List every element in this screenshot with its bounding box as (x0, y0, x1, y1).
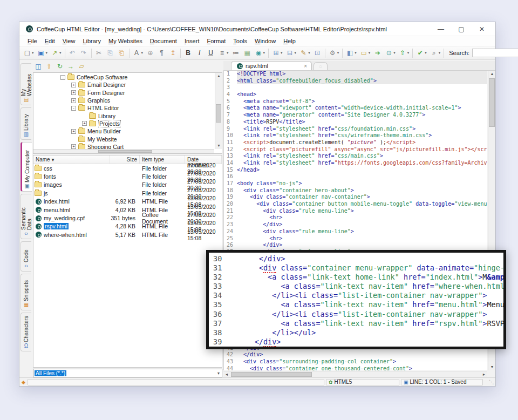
settings-gear-button[interactable]: ⚙▾ (328, 48, 340, 58)
collapse-minus-icon[interactable]: - (71, 106, 76, 111)
scrollbar-thumb[interactable] (98, 150, 152, 153)
menu-item-library[interactable]: Library (79, 37, 105, 45)
new-tab-button[interactable]: ◌ (313, 62, 328, 70)
refresh-button[interactable]: ↻ (54, 62, 65, 71)
upload-export-button[interactable]: ⇧▾ (398, 48, 411, 58)
sidebar-tab-characters[interactable]: CharactersΩ (21, 313, 31, 351)
file-filter-dropdown[interactable]: All Files (*.*) ▾ (33, 369, 222, 377)
underline-button[interactable]: U (206, 48, 216, 58)
paragraph-marks-button[interactable]: ¶ (156, 48, 167, 58)
save-button[interactable]: ▣▾ (36, 48, 49, 58)
go-to-folder-button[interactable]: → (65, 62, 76, 71)
column-header-item-type[interactable]: Item type (140, 155, 185, 164)
tree-vertical-scrollbar[interactable]: ▲ ▼ (215, 73, 222, 149)
menu-item-help[interactable]: Help (280, 37, 299, 45)
menu-item-insert[interactable]: Insert (181, 37, 203, 45)
bold-button[interactable]: B (183, 48, 193, 58)
tree-item-email-designer[interactable]: +Email Designer (33, 81, 214, 89)
expand-plus-icon[interactable]: + (71, 129, 76, 134)
tree-item-projects[interactable]: +Projects (33, 120, 214, 127)
insert-table-button[interactable]: ⊞▾ (271, 48, 284, 58)
menu-item-format[interactable]: Format (203, 37, 229, 45)
align-button[interactable]: ≡▾ (217, 48, 230, 58)
split-view-button[interactable]: ◧▾ (345, 48, 358, 58)
column-header-name[interactable]: Name ▾ (33, 155, 110, 164)
copy-button[interactable]: ⎘ (105, 48, 115, 58)
launch-browser-button[interactable]: ➔ (372, 48, 383, 58)
preview-window-button[interactable]: ▭▾ (359, 48, 372, 58)
menu-item-edit[interactable]: Edit (41, 37, 59, 45)
frames-button[interactable]: ⊟▾ (285, 48, 298, 58)
tree-item-graphics[interactable]: +Graphics (33, 97, 214, 104)
scrollbar-thumb[interactable] (231, 372, 312, 377)
search-input[interactable] (472, 49, 518, 57)
close-tab-icon[interactable]: × (294, 63, 307, 69)
menu-item-window[interactable]: Window (251, 37, 280, 45)
tree-horizontal-scrollbar[interactable] (33, 149, 214, 153)
bullet-list-button[interactable]: ≔ (231, 48, 241, 58)
scroll-down-icon[interactable]: ▼ (488, 364, 496, 370)
web-globe-button[interactable]: ⊙▾ (384, 48, 397, 58)
find-button[interactable]: ⌕▾ (429, 48, 442, 58)
column-header-size[interactable]: Size (110, 155, 140, 164)
menu-item-document[interactable]: Document (146, 37, 181, 45)
file-row-where-when-html[interactable]: where-when.html5,17 KBHTML File13/05/202… (33, 231, 222, 239)
insert-image-button[interactable]: ▦ (242, 48, 253, 58)
server-browse-button[interactable]: ◫ (33, 62, 44, 71)
new-document-button[interactable]: ▢▾ (22, 48, 35, 58)
scroll-left-icon[interactable]: ◄ (223, 371, 230, 377)
spell-check-button[interactable]: ✔▾ (415, 48, 428, 58)
editor-tab-rspv[interactable]: rspv.html × (231, 61, 312, 70)
maximize-button[interactable]: ▢ (451, 23, 472, 35)
expand-plus-icon[interactable]: + (82, 121, 87, 126)
expand-plus-icon[interactable]: + (71, 144, 76, 149)
menu-item-view[interactable]: View (59, 37, 79, 45)
online-image-button[interactable]: ◉▾ (254, 48, 267, 58)
scrollbar-thumb[interactable] (216, 104, 221, 123)
editor-horizontal-scrollbar[interactable]: ◄ ► (223, 371, 487, 377)
minimize-button[interactable]: — (431, 23, 451, 35)
scroll-up-icon[interactable]: ▲ (488, 71, 496, 77)
open-folder-button[interactable]: ▱ (76, 62, 87, 71)
expand-plus-icon[interactable]: + (71, 83, 76, 87)
expand-plus-icon[interactable]: + (71, 90, 76, 95)
sidebar-tab-my-computer[interactable]: My Computer▣ (21, 142, 32, 192)
expand-plus-icon[interactable]: + (71, 98, 76, 103)
tree-item-library[interactable]: Library (33, 112, 214, 119)
scrollbar-thumb[interactable] (489, 78, 495, 127)
menu-item-file[interactable]: File (24, 37, 41, 45)
scroll-right-icon[interactable]: ► (481, 371, 487, 377)
publish-button[interactable]: ↥ (168, 48, 178, 58)
sidebar-tab-snippets[interactable]: Snippets▦ (21, 274, 31, 310)
close-button[interactable]: ✕ (472, 23, 492, 35)
scroll-up-icon[interactable]: ▲ (215, 73, 222, 79)
tree-item-html-editor[interactable]: -HTML Editor (33, 104, 214, 112)
sidebar-tab-code[interactable]: Code‹› (21, 241, 31, 272)
paste-button[interactable]: ⎗ (117, 48, 127, 58)
redo-button[interactable]: ↷ (79, 48, 89, 58)
sidebar-tab-semantic-data[interactable]: Semantic Data‹› (21, 194, 31, 239)
edit-template-button[interactable]: ✎▾ (298, 48, 311, 58)
tree-item-coffeecup-software[interactable]: -CoffeeCup Software (33, 73, 214, 81)
scroll-down-icon[interactable]: ▼ (215, 143, 222, 149)
menu-item-my-websites[interactable]: My Websites (105, 37, 146, 45)
insert-link-button[interactable]: ⊕ (145, 48, 155, 58)
table-properties-button[interactable]: ⊡ (312, 48, 323, 58)
file-list[interactable]: Name ▾SizeItem typeDate modified cssFile… (33, 155, 222, 368)
collapse-minus-icon[interactable]: - (60, 75, 65, 80)
italic-button[interactable]: I (194, 48, 205, 58)
menu-item-tools[interactable]: Tools (229, 37, 251, 45)
font-button[interactable]: A▾ (132, 48, 145, 58)
up-level-button[interactable]: ⇧ (44, 62, 54, 71)
tree-item-shopping-cart[interactable]: +Shopping Cart (33, 143, 214, 149)
cut-button[interactable]: ✂ (94, 48, 104, 58)
tree-item-my-website[interactable]: My Website (33, 135, 214, 143)
sidebar-tab-my-websites[interactable]: My Websites▤ (21, 63, 31, 105)
undo-button[interactable]: ↶ (67, 48, 78, 58)
resize-grip[interactable]: ⋱ (489, 379, 494, 385)
sidebar-tab-library[interactable]: Library▥ (21, 107, 31, 140)
folder-tree[interactable]: -CoffeeCup Software+Email Designer+Form … (33, 72, 222, 154)
open-project-button[interactable]: ↗▾ (50, 48, 63, 58)
tree-item-form-designer[interactable]: +Form Designer (33, 89, 214, 97)
tree-item-menu-builder[interactable]: +Menu Builder (33, 127, 214, 135)
